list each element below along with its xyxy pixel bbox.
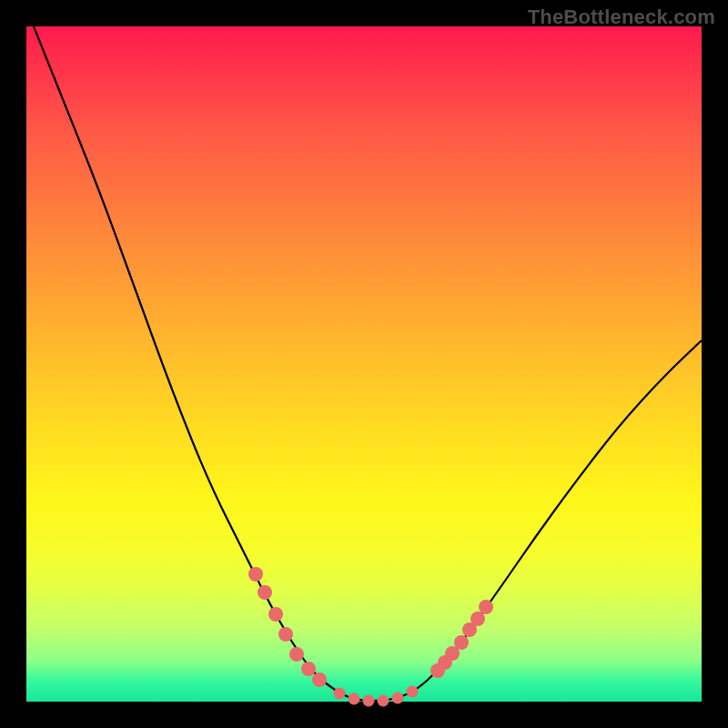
plot-area: [26, 26, 702, 702]
curve-dot-left: [312, 672, 327, 687]
curve-dot-left: [248, 567, 263, 581]
curve-dot-bottom: [363, 695, 375, 707]
curve-dot-bottom: [407, 686, 419, 698]
curve-dot-bottom: [349, 693, 360, 705]
curve-dot-left: [289, 647, 304, 662]
watermark-text: TheBottleneck.com: [528, 5, 715, 29]
curve-dot-right: [479, 600, 493, 614]
curve-dot-bottom: [392, 693, 404, 704]
curve-dot-bottom: [378, 695, 389, 707]
curve-dot-bottom: [334, 688, 346, 700]
curve-dot-left: [258, 585, 272, 600]
curve-dot-left: [278, 627, 293, 642]
curve-dot-right: [454, 635, 469, 650]
curve-dot-left: [268, 607, 283, 622]
chart-frame: TheBottleneck.com: [0, 0, 728, 728]
bottleneck-curve: [26, 26, 702, 702]
